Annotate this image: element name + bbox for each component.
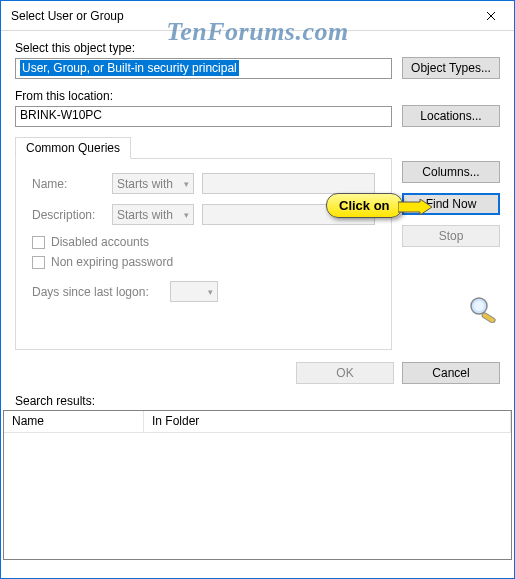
column-header-in-folder[interactable]: In Folder [144,411,511,432]
disabled-accounts-checkbox: Disabled accounts [32,235,375,249]
name-filter-label: Name: [32,177,104,191]
locations-button[interactable]: Locations... [402,105,500,127]
close-icon [486,11,496,21]
find-now-button[interactable]: Find Now [402,193,500,215]
svg-point-1 [474,301,484,311]
stop-button: Stop [402,225,500,247]
description-filter-combo: Starts with ▾ [112,204,194,225]
description-filter-label: Description: [32,208,104,222]
chevron-down-icon: ▾ [184,210,189,220]
object-type-label: Select this object type: [15,41,500,55]
tab-common-queries[interactable]: Common Queries [15,137,131,159]
from-location-label: From this location: [15,89,500,103]
columns-button[interactable]: Columns... [402,161,500,183]
from-location-input[interactable]: BRINK-W10PC [15,106,392,127]
close-button[interactable] [468,1,514,31]
search-results-label: Search results: [1,394,514,410]
results-header: Name In Folder [4,411,511,433]
common-queries-panel: Name: Starts with ▾ Description: Starts … [15,158,392,350]
object-type-input[interactable]: User, Group, or Built-in security princi… [15,58,392,79]
object-type-value: User, Group, or Built-in security princi… [20,60,239,76]
svg-rect-2 [481,312,496,323]
chevron-down-icon: ▾ [208,287,213,297]
days-since-combo: ▾ [170,281,218,302]
checkbox-icon [32,256,45,269]
title-bar: Select User or Group [1,1,514,31]
column-header-name[interactable]: Name [4,411,144,432]
non-expiring-checkbox: Non expiring password [32,255,375,269]
object-types-button[interactable]: Object Types... [402,57,500,79]
description-filter-input [202,204,375,225]
chevron-down-icon: ▾ [184,179,189,189]
cancel-button[interactable]: Cancel [402,362,500,384]
window-title: Select User or Group [11,9,468,23]
name-filter-input [202,173,375,194]
days-since-logon-label: Days since last logon: [32,285,162,299]
name-filter-combo: Starts with ▾ [112,173,194,194]
checkbox-icon [32,236,45,249]
search-find-icon [466,295,500,323]
ok-button: OK [296,362,394,384]
search-results-list[interactable]: Name In Folder [3,410,512,560]
